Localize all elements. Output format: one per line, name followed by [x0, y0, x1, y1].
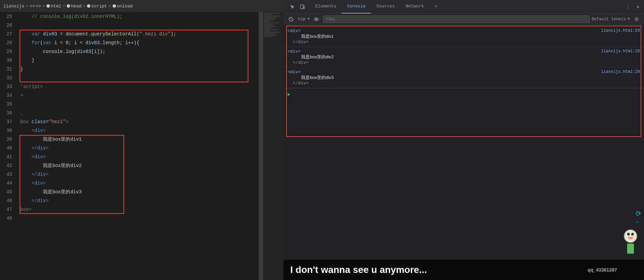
code-line-48 — [20, 214, 255, 223]
ln-27: 27 — [0, 30, 12, 38]
ln-37: 37 — [0, 117, 12, 126]
bc-html-tag: ⬢ — [46, 3, 50, 9]
code-line-34: > — [20, 91, 255, 100]
code-line-27: var div03 = document. querySelectorAll (… — [20, 30, 255, 38]
console-entry-1-content: <div> 我是box里的div1 </div> — [288, 28, 598, 45]
bc-sep-3: > — [62, 4, 65, 9]
code-line-47: box> — [20, 205, 255, 214]
console-entry-3-content: <div> 我是box里的div3 </div> — [288, 69, 598, 86]
code-line-30: } — [20, 56, 255, 65]
settings-icon[interactable] — [632, 15, 641, 24]
code-line-43: </ div > — [20, 170, 255, 179]
svg-point-5 — [316, 19, 317, 20]
svg-point-6 — [636, 18, 638, 20]
svg-rect-0 — [300, 5, 303, 9]
code-line-31: } — [20, 65, 255, 74]
ln-44: 44 — [0, 179, 12, 188]
div-close-tag-3: </div> — [288, 81, 308, 86]
bc-sep-5: > — [108, 4, 111, 9]
ln-28: 28 — [0, 38, 12, 47]
svg-point-4 — [314, 18, 318, 21]
bc-html: <> — [36, 4, 41, 9]
ln-36: 36 — [0, 109, 12, 117]
code-line-44: < div > — [20, 179, 255, 188]
filter-input[interactable] — [323, 16, 590, 23]
breadcrumb-file: lianxijs — [3, 4, 24, 9]
prompt-arrow: ▶ — [288, 91, 290, 97]
ln-30: 30 — [0, 56, 12, 65]
editor-panel: lianxijs > <> <> > ⬢ html > ⬢ head > ⬢ s… — [0, 0, 284, 280]
code-line-26 — [20, 21, 255, 30]
icon-1: ⟳ — [636, 209, 641, 218]
console-link-2[interactable]: lianxijs.html:29 — [598, 49, 640, 54]
console-text-3: 我是box里的div3 — [288, 75, 598, 81]
bottom-text-overlay: I don't wanna see u anymore... qq_433612… — [284, 260, 644, 280]
bc-angle: <> — [30, 4, 35, 9]
devtools-top-icons — [285, 2, 310, 11]
icon-2: ⌒ — [636, 219, 641, 226]
console-link-3[interactable]: lianxijs.html:29 — [598, 69, 640, 74]
ln-31: 31 — [0, 65, 12, 74]
scrollbar[interactable] — [259, 12, 263, 280]
bc-head-icon: ⬢ — [66, 3, 70, 9]
eye-icon[interactable] — [312, 15, 321, 24]
console-link-1[interactable]: lianxijs.html:29 — [598, 28, 640, 33]
svg-rect-1 — [303, 6, 304, 9]
console-entry-1: <div> 我是box里的div1 </div> lianxijs.html:2… — [284, 26, 644, 47]
more-options-icon[interactable]: ⋮ — [623, 2, 633, 11]
ln-29: 29 — [0, 47, 12, 56]
cursor-icon[interactable] — [288, 2, 297, 11]
bc-script-label: script — [91, 4, 107, 9]
bc-sep-4: > — [83, 4, 86, 9]
code-line-35 — [20, 100, 255, 109]
console-entry-3: <div> 我是box里的div3 </div> lianxijs.html:2… — [284, 67, 644, 88]
ln-33: 33 — [0, 82, 12, 91]
console-div-close-3: </div> — [288, 81, 598, 86]
context-arrow: ▼ — [307, 17, 310, 21]
div-open-tag-1: <div> — [288, 28, 301, 33]
console-toolbar: top ▼ Default levels ▼ — [284, 13, 644, 25]
close-devtools-icon[interactable]: ✕ — [633, 2, 643, 11]
watermark: qq_43361287 — [588, 267, 617, 273]
code-line-28: for ( var i = 0; i < div03 .length; i ++… — [20, 38, 255, 47]
breadcrumb: lianxijs > <> <> > ⬢ html > ⬢ head > ⬢ s… — [0, 0, 284, 12]
console-div-open-2: <div> — [288, 49, 598, 54]
console-entry-2-content: <div> 我是box里的div2 </div> — [288, 49, 598, 65]
code-line-38: < div > — [20, 126, 255, 135]
tab-elements[interactable]: Elements — [310, 0, 342, 13]
ln-48: 48 — [0, 214, 12, 223]
code-line-36: . — [20, 109, 255, 117]
code-area: 25 26 27 28 29 30 31 32 33 34 35 36 37 3… — [0, 12, 284, 280]
ln-46: 46 — [0, 196, 12, 205]
code-line-46: </ div > — [20, 196, 255, 205]
console-text-1: 我是box里的div1 — [288, 33, 598, 39]
ln-32: 32 — [0, 74, 12, 82]
div-close-tag-1: </div> — [288, 39, 308, 45]
code-line-37: box class = "hezi" > — [20, 117, 255, 126]
tab-console[interactable]: Console — [342, 0, 371, 13]
clear-console-icon[interactable] — [286, 15, 296, 24]
code-line-33: 'script> — [20, 82, 255, 91]
ln-45: 45 — [0, 188, 12, 196]
bc-sep-1: > — [26, 4, 28, 9]
code-content[interactable]: // console.log(div02.innerHTML); var div… — [17, 12, 259, 280]
minimap — [263, 12, 284, 280]
tab-more[interactable]: » — [429, 0, 443, 13]
tab-sources[interactable]: Sources — [371, 0, 400, 13]
device-icon[interactable] — [298, 2, 307, 11]
ln-38: 38 — [0, 126, 12, 135]
code-line-29: console. log ( div03 [ i ]); — [20, 47, 255, 56]
bc-onload-label: onload — [117, 4, 133, 9]
console-div-close-1: </div> — [288, 39, 598, 45]
console-div-close-2: </div> — [288, 60, 598, 65]
console-text-2: 我是box里的div2 — [288, 54, 598, 60]
ln-39: 39 — [0, 135, 12, 144]
console-output: <div> 我是box里的div1 </div> lianxijs.html:2… — [284, 25, 644, 280]
levels-label: Default levels — [592, 17, 626, 22]
bc-onload-icon: ⬢ — [112, 3, 116, 9]
code-line-42: 我是box里的div2 — [20, 161, 255, 170]
code-line-40: </ div > — [20, 144, 255, 152]
tab-network[interactable]: Network — [400, 0, 430, 13]
devtools-right-icons: ⋮ ✕ — [623, 2, 643, 11]
console-div-open-1: <div> — [288, 28, 598, 33]
